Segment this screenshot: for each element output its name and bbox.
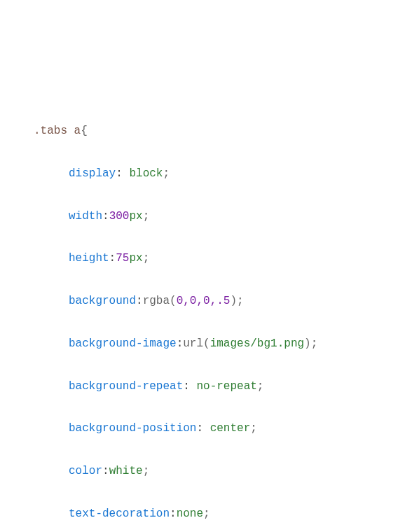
code-line: display: block; — [7, 163, 405, 184]
code-line: .tabs a{ — [7, 120, 405, 141]
colon: : — [136, 295, 143, 307]
semicolon: ; — [311, 337, 318, 350]
css-value: block — [129, 167, 163, 180]
code-line: width:300px; — [7, 206, 405, 227]
css-args: images/bg1.png — [210, 337, 304, 350]
colon: : — [196, 422, 210, 435]
paren: ) — [230, 295, 237, 307]
code-line: text-decoration:none; — [7, 503, 405, 524]
css-args: 0,0,0,.5 — [177, 295, 231, 307]
semicolon: ; — [257, 380, 264, 393]
code-block: .tabs a{ display: block; width:300px; he… — [7, 99, 405, 532]
css-property: display — [69, 167, 116, 180]
paren: ( — [203, 337, 210, 350]
code-line: color:white; — [7, 461, 405, 482]
semicolon: ; — [203, 507, 210, 520]
css-unit: px — [129, 210, 142, 223]
code-line: background-image:url(images/bg1.png); — [7, 333, 405, 354]
css-unit: px — [129, 252, 142, 265]
css-selector: .tabs a — [34, 125, 81, 137]
brace-open: { — [81, 125, 88, 137]
css-property: width — [69, 210, 102, 223]
code-line: background:rgba(0,0,0,.5); — [7, 290, 405, 312]
colon: : — [170, 507, 177, 520]
semicolon: ; — [250, 422, 257, 435]
colon: : — [116, 167, 129, 180]
css-property: background-repeat — [69, 380, 183, 393]
css-value: white — [109, 465, 143, 477]
semicolon: ; — [143, 210, 150, 223]
semicolon: ; — [143, 465, 150, 477]
semicolon: ; — [163, 167, 170, 180]
css-property: background-image — [69, 337, 177, 350]
paren: ( — [170, 295, 177, 307]
colon: : — [183, 380, 196, 393]
semicolon: ; — [237, 295, 244, 307]
css-number: 300 — [109, 210, 130, 223]
css-value: center — [210, 422, 251, 435]
css-value: none — [177, 507, 203, 520]
semicolon: ; — [143, 252, 150, 265]
css-property: background — [69, 295, 136, 307]
code-line: background-repeat: no-repeat; — [7, 376, 405, 397]
code-line: height:75px; — [7, 248, 405, 269]
colon: : — [102, 210, 109, 223]
css-property: height — [69, 252, 109, 265]
code-line: background-position: center; — [7, 418, 405, 439]
css-property: background-position — [69, 422, 196, 435]
colon: : — [177, 337, 184, 350]
css-value: no-repeat — [196, 380, 256, 393]
colon: : — [102, 465, 109, 477]
css-function: url — [183, 337, 203, 350]
paren: ) — [304, 337, 311, 350]
css-property: color — [69, 465, 102, 477]
css-property: text-decoration — [69, 507, 170, 520]
css-function: rgba — [143, 295, 170, 307]
colon: : — [109, 252, 116, 265]
css-number: 75 — [116, 252, 129, 265]
